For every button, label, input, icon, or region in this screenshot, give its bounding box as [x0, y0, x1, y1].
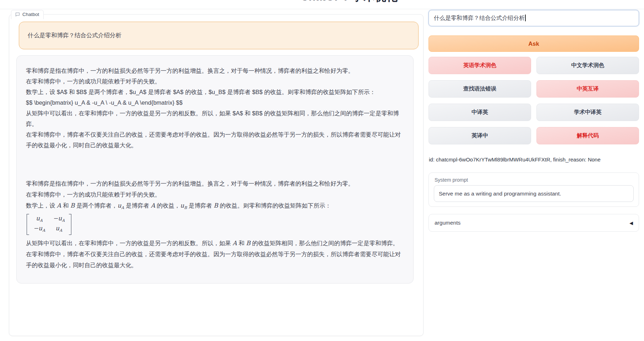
completion-status-text: id: chatcmpl-6wOo7KrYTwMl89lbrMWRu4UkFFX…	[429, 156, 639, 163]
math-subscript: B	[184, 205, 187, 210]
math-subscript: A	[121, 205, 124, 210]
text-fragment: 和	[61, 202, 70, 209]
math-var: B	[70, 202, 75, 209]
action-button-explain-code[interactable]: 解释代码	[536, 127, 639, 144]
chatbot-panel-label: Chatbot	[11, 10, 44, 19]
answer-section-gap	[26, 150, 403, 178]
matrix-cells: uA −uA −uA uA	[29, 214, 69, 235]
math-var: B	[246, 240, 251, 247]
math-var: A	[57, 202, 61, 209]
user-message-bubble: 什么是零和博弈？结合公式介绍分析	[19, 22, 419, 49]
system-prompt-value: Serve me as a writing and programming as…	[439, 191, 561, 197]
matrix-left-bracket	[27, 214, 29, 235]
accordion-collapse-icon: ◀	[629, 220, 633, 226]
math-var: u	[180, 202, 184, 209]
text-fragment: 的收益矩阵相同，那么他们之间的博弈一定是零和博弈。	[251, 240, 399, 246]
math-var: u	[118, 202, 121, 209]
action-button-en-to-zh[interactable]: 英译中	[429, 127, 531, 144]
payoff-matrix: uA −uA −uA uA	[27, 214, 71, 235]
action-button-chinese-academic-polish[interactable]: 中文学术润色	[536, 57, 639, 74]
app-title-clipped: ChatGPT 学术优化	[300, 0, 398, 3]
question-input[interactable]: 什么是零和博弈？结合公式介绍分析	[429, 10, 639, 26]
question-input-value: 什么是零和博弈？结合公式介绍分析	[434, 15, 526, 22]
action-button-zh-en-mutual-translate[interactable]: 中英互译	[536, 80, 639, 98]
math-var: B	[214, 202, 218, 209]
action-button-zh-to-en[interactable]: 中译英	[429, 104, 531, 121]
rendered-math-line: 数学上，设 A 和 B 是两个博弈者，uA 是博弈者 A 的收益，uB 是博弈者…	[26, 200, 403, 213]
text-fragment: 从矩阵中可以看出，在零和博弈中，一方的收益是另一方的相反数。所以，如果	[26, 240, 233, 246]
action-button-english-academic-polish[interactable]: 英语学术润色	[429, 57, 531, 74]
arguments-accordion-label: arguments	[435, 220, 460, 226]
bot-rendered-answer: 零和博弈是指在博弈中，一方的利益损失必然等于另一方的利益增益。换言之，对于每一种…	[26, 178, 403, 271]
matrix-cell: uA	[53, 225, 65, 234]
app-root: ChatGPT 学术优化 Chatbot 什么是零和博弈？结合公式介绍分析 零和…	[0, 0, 644, 341]
app-title: ChatGPT 学术优化	[300, 0, 398, 3]
matrix-cell: −uA	[53, 215, 65, 224]
math-var: A	[233, 240, 237, 247]
action-button-find-grammar-errors[interactable]: 查找语法错误	[429, 80, 531, 98]
ask-button[interactable]: Ask	[429, 35, 639, 52]
payoff-matrix-row: uA −uA −uA uA	[26, 213, 403, 238]
chatbot-panel-label-text: Chatbot	[22, 12, 39, 17]
user-message-text: 什么是零和博弈？结合公式介绍分析	[28, 32, 121, 39]
bot-message-card: 零和博弈是指在博弈中，一方的利益损失必然等于另一方的利益增益。换言之，对于每一种…	[16, 55, 414, 284]
math-var: A	[151, 202, 155, 209]
bot-raw-answer: 零和博弈是指在博弈中，一方的利益损失必然等于另一方的利益增益。换言之，对于每一种…	[26, 65, 403, 150]
system-prompt-input[interactable]: Serve me as a writing and programming as…	[434, 185, 634, 202]
arguments-accordion[interactable]: arguments ◀	[429, 214, 639, 232]
rendered-paragraph-1: 零和博弈是指在博弈中，一方的利益损失必然等于另一方的利益增益。换言之，对于每一种…	[26, 178, 403, 200]
action-button-academic-zh-to-en[interactable]: 学术中译英	[536, 104, 639, 121]
matrix-cell: −uA	[33, 225, 45, 234]
text-fragment: 是博弈者	[124, 202, 151, 209]
chat-bubble-icon	[15, 12, 20, 17]
text-fragment: 是两个博弈者，	[75, 202, 118, 209]
chatbot-panel[interactable]: Chatbot 什么是零和博弈？结合公式介绍分析 零和博弈是指在博弈中，一方的利…	[9, 14, 424, 336]
text-fragment: 的收益，	[155, 202, 180, 209]
system-prompt-card: System prompt Serve me as a writing and …	[429, 172, 639, 207]
text-fragment: 和	[237, 240, 246, 246]
rendered-paragraph-3: 在零和博弈中，博弈者不仅要关注自己的收益，还需要考虑对手的收益。因为一方取得的收…	[26, 249, 403, 271]
header-divider	[0, 9, 644, 9]
text-fragment: 是博弈者	[187, 202, 214, 209]
matrix-right-bracket	[69, 214, 71, 235]
text-fragment: 数学上，设	[26, 202, 57, 209]
text-fragment: 的收益。则零和博弈的收益矩阵如下所示：	[218, 202, 331, 209]
rendered-paragraph-2: 从矩阵中可以看出，在零和博弈中，一方的收益是另一方的相反数。所以，如果 A 和 …	[26, 238, 403, 249]
quick-action-grid: 英语学术润色 中文学术润色 查找语法错误 中英互译 中译英 学术中译英 英译中 …	[429, 57, 639, 144]
system-prompt-label: System prompt	[435, 177, 634, 183]
matrix-cell: uA	[33, 215, 45, 224]
